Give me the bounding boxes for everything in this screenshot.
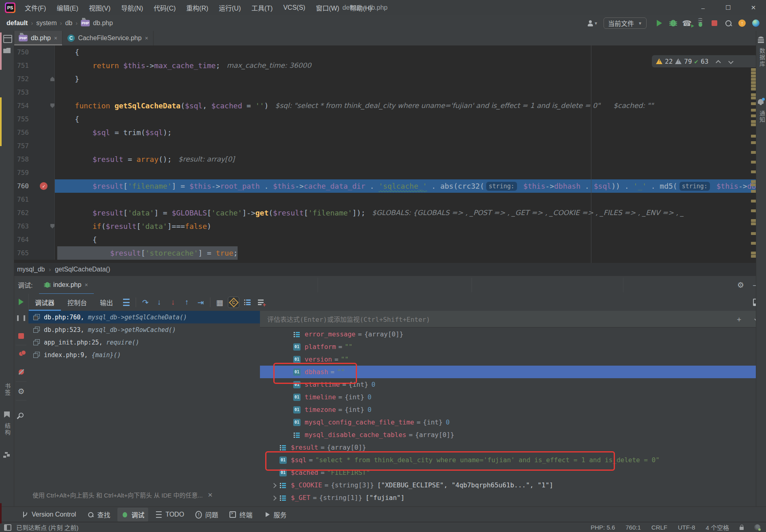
- menu-编辑E[interactable]: 编辑(E): [51, 0, 83, 15]
- next-problem-icon[interactable]: [729, 59, 734, 64]
- code-editor[interactable]: 750 {751 return $this->max_cache_time; m…: [14, 45, 766, 263]
- breadcrumb-class[interactable]: mysql_db: [17, 266, 45, 273]
- browser-button[interactable]: [749, 17, 763, 29]
- toolwin-problems[interactable]: !问题: [191, 508, 222, 521]
- fold-marker-icon[interactable]: [50, 224, 54, 228]
- code-line-754[interactable]: 754 function getSqlCacheData($sql, $cach…: [14, 99, 766, 112]
- tab-debugger[interactable]: 调试器: [28, 294, 61, 311]
- code-line-764[interactable]: 764 {: [14, 233, 766, 246]
- notifications-bell-icon[interactable]: [758, 99, 764, 104]
- user-menu-button[interactable]: ▼: [586, 17, 599, 29]
- menu-重构R[interactable]: 重构(R): [181, 0, 214, 15]
- variable-row-mysql_disable_cache_tables[interactable]: mysql_disable_cache_tables={array[0]}: [260, 429, 766, 441]
- maximize-button[interactable]: ☐: [716, 0, 741, 15]
- step-out-icon[interactable]: ↑: [180, 296, 194, 308]
- tab-db-php[interactable]: PHP db.php ×: [14, 31, 63, 45]
- database-icon[interactable]: [758, 37, 764, 43]
- stripe-bookmarks[interactable]: 书签: [3, 383, 11, 396]
- variable-row-timeline[interactable]: 01timeline={int}0: [260, 391, 766, 403]
- code-line-760[interactable]: 760✓ $result['filename'] = $this->root_p…: [14, 179, 766, 193]
- code-line-758[interactable]: 758 $result = array(); $result: array[0]: [14, 153, 766, 166]
- variable-row-version[interactable]: 01version="": [260, 353, 766, 366]
- resume-button[interactable]: [14, 295, 28, 308]
- tab-console[interactable]: 控制台: [61, 294, 93, 311]
- menu-运行U[interactable]: 运行(U): [214, 0, 246, 15]
- prev-problem-icon[interactable]: [716, 60, 721, 65]
- stack-frame[interactable]: index.php:9, {main}(): [28, 349, 260, 361]
- evaluate-expression-icon[interactable]: ▦: [213, 296, 227, 308]
- status-indent[interactable]: 4 个空格: [705, 523, 729, 532]
- debug-session-tab[interactable]: index.php ×: [39, 276, 94, 295]
- menu-视图V[interactable]: 视图(V): [84, 0, 116, 15]
- menu-VCSS[interactable]: VCS(S): [278, 0, 310, 15]
- status-caret-position[interactable]: 760:1: [625, 524, 641, 531]
- menu-文件F[interactable]: 文件(F): [19, 0, 51, 15]
- toolwin-find[interactable]: 查找: [83, 508, 114, 521]
- code-line-761[interactable]: 761: [14, 193, 766, 206]
- phone-listen-button[interactable]: ☎: [680, 17, 694, 29]
- toolwin-terminal[interactable]: 终端: [225, 508, 256, 521]
- tab-cachefileservice-php[interactable]: C CacheFileService.php ×: [63, 31, 154, 45]
- search-everywhere-button[interactable]: [721, 17, 735, 29]
- code-line-765[interactable]: 765 $result['storecache'] = true;: [14, 246, 766, 260]
- breadcrumb-project[interactable]: default: [6, 19, 28, 27]
- status-php-version[interactable]: PHP: 5.6: [591, 524, 615, 531]
- close-session-icon[interactable]: ×: [84, 282, 88, 288]
- add-expression-icon[interactable]: +: [737, 315, 741, 323]
- toolwin-todo[interactable]: TODO: [151, 509, 188, 520]
- run-to-cursor-icon[interactable]: ⇥: [194, 296, 208, 308]
- show-variables-icon[interactable]: [240, 296, 254, 308]
- expand-icon[interactable]: [271, 495, 277, 501]
- menu-窗口W[interactable]: 窗口(W): [311, 0, 345, 15]
- menu-代码C[interactable]: 代码(C): [148, 0, 181, 15]
- menu-工具T[interactable]: 工具(T): [246, 0, 278, 15]
- menu-导航N[interactable]: 导航(N): [116, 0, 148, 15]
- stripe-database[interactable]: 数据库: [758, 48, 766, 67]
- run-button[interactable]: [652, 17, 666, 29]
- variable-row-error_message[interactable]: error_message={array[0]}: [260, 328, 766, 340]
- variable-row-timezone[interactable]: 01timezone={int}0: [260, 403, 766, 416]
- stripe-notifications[interactable]: 通知: [758, 110, 766, 123]
- structure-icon[interactable]: [3, 452, 10, 458]
- status-line-ending[interactable]: CRLF: [651, 524, 667, 531]
- upload-button[interactable]: ↑: [735, 17, 749, 29]
- variable-row-platform[interactable]: 01platform="": [260, 340, 766, 353]
- close-tab-icon[interactable]: ×: [145, 35, 148, 41]
- tool-window-switcher-icon[interactable]: [4, 524, 11, 531]
- stack-frame[interactable]: db.php:523, mysql_db->getRowCached(): [28, 323, 260, 336]
- breadcrumb-method[interactable]: getSqlCacheData(): [55, 266, 110, 273]
- stop-button[interactable]: [708, 17, 721, 29]
- force-step-into-icon[interactable]: ↓: [166, 296, 180, 308]
- code-line-752[interactable]: 752 }: [14, 72, 766, 86]
- run-configuration-select[interactable]: 当前文件▼: [604, 17, 647, 29]
- debug-settings-button[interactable]: ⚙: [14, 385, 28, 398]
- code-line-753[interactable]: 753: [14, 86, 766, 99]
- close-button[interactable]: ✕: [741, 0, 766, 15]
- code-line-762[interactable]: 762 $result['data'] = $GLOBALS['cache']-…: [14, 206, 766, 220]
- expand-icon[interactable]: [271, 483, 277, 488]
- toolwin-version-control[interactable]: Version Control: [18, 509, 80, 520]
- code-line-756[interactable]: 756 $sql = trim($sql);: [14, 126, 766, 139]
- fold-marker-icon[interactable]: [50, 103, 54, 108]
- stop-debug-button[interactable]: [14, 330, 28, 342]
- toolwin-services[interactable]: 服务: [260, 508, 290, 521]
- view-breakpoints-button[interactable]: [14, 347, 28, 360]
- variable-row-starttime[interactable]: 01starttime={int}0: [260, 378, 766, 391]
- breadcrumb-file[interactable]: db.php: [93, 19, 113, 27]
- stripe-structure[interactable]: 结构: [3, 423, 11, 436]
- variable-row-dbhash[interactable]: 01dbhash="": [260, 366, 766, 378]
- toolwin-debug[interactable]: 调试: [117, 508, 148, 521]
- close-tab-icon[interactable]: ×: [54, 35, 57, 41]
- code-line-759[interactable]: 759: [14, 166, 766, 179]
- tab-output[interactable]: 输出: [93, 294, 119, 311]
- variable-row-_GET[interactable]: $_GET={string[1]}["fujian"]: [260, 491, 766, 504]
- variable-row-_COOKIE[interactable]: $_COOKIE={string[3]}["XDEBUG_ECLIPSE", "…: [260, 479, 766, 491]
- breadcrumb-db[interactable]: db: [65, 19, 72, 27]
- bookmark-icon[interactable]: [4, 411, 10, 418]
- code-line-755[interactable]: 755 {: [14, 112, 766, 126]
- fold-marker-icon[interactable]: [50, 77, 54, 81]
- debug-button[interactable]: [666, 17, 680, 29]
- project-tool-icon[interactable]: [3, 35, 12, 43]
- variable-row-sql[interactable]: 01$sql="select * from think_deal_city wh…: [260, 454, 766, 466]
- step-into-icon[interactable]: ↓: [152, 296, 166, 308]
